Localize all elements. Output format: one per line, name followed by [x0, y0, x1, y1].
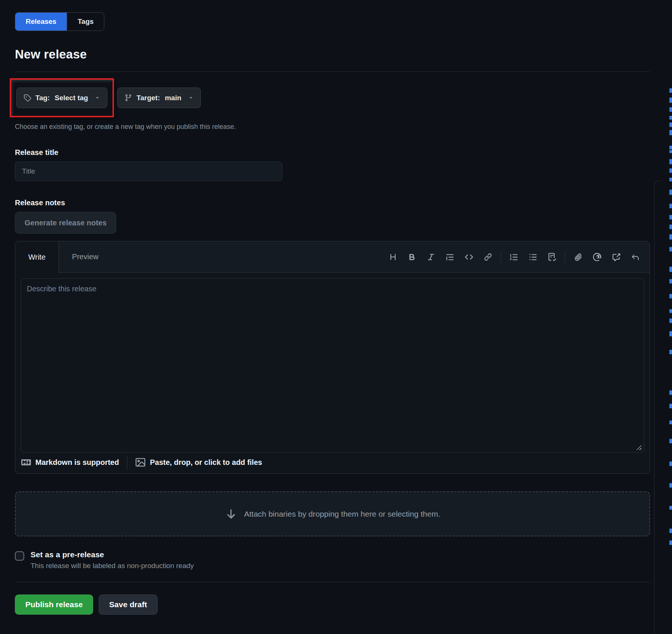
toolbar-task-list-button[interactable] — [542, 248, 561, 266]
italic-icon — [427, 253, 435, 261]
toggle-releases[interactable]: Releases — [15, 13, 67, 31]
bullet-list-icon — [529, 253, 537, 261]
release-notes-editor: Write Preview Markdown is supported Past… — [15, 241, 650, 474]
page-title: New release — [15, 47, 650, 61]
release-notes-label: Release notes — [15, 199, 650, 207]
tag-helper-text: Choose an existing tag, or create a new … — [15, 123, 650, 131]
chevron-down-icon — [95, 95, 100, 101]
markdown-toolbar — [383, 241, 650, 272]
prerelease-row: Set as a pre-release This release will b… — [15, 550, 650, 570]
tag-select-button[interactable]: Tag: Select tag — [16, 88, 107, 108]
annotation-highlight-box: Tag: Select tag — [10, 78, 114, 117]
toolbar-divider — [501, 252, 501, 262]
binaries-dropzone[interactable]: Attach binaries by dropping them here or… — [15, 491, 650, 536]
quote-icon — [446, 253, 454, 261]
toolbar-quote-button[interactable] — [440, 248, 459, 266]
toggle-tags[interactable]: Tags — [67, 13, 104, 31]
prerelease-texts: Set as a pre-release This release will b… — [31, 550, 194, 570]
tag-button-prefix: Tag: — [35, 94, 50, 102]
paperclip-icon — [574, 253, 582, 261]
releases-tags-toggle: Releases Tags — [15, 12, 104, 31]
bold-icon — [408, 253, 416, 261]
tab-write[interactable]: Write — [15, 241, 59, 273]
code-icon — [465, 253, 473, 261]
link-icon — [484, 253, 492, 261]
image-icon — [136, 457, 145, 467]
toolbar-link-button[interactable] — [478, 248, 497, 266]
prerelease-description: This release will be labeled as non-prod… — [31, 562, 194, 570]
toolbar-code-button[interactable] — [459, 248, 478, 266]
actions-row: Publish release Save draft — [15, 595, 650, 615]
footer-separator — [127, 456, 127, 470]
editor-header: Write Preview — [15, 241, 650, 273]
tag-target-row: Tag: Select tag Target: main — [15, 78, 650, 117]
arrow-down-icon — [225, 508, 237, 520]
numbered-list-icon — [510, 253, 518, 261]
release-description-textarea[interactable] — [21, 278, 644, 453]
mention-icon — [593, 253, 601, 261]
target-button-prefix: Target: — [136, 94, 160, 102]
attach-files-link[interactable]: Paste, drop, or click to add files — [136, 457, 262, 467]
tag-button-value: Select tag — [55, 94, 88, 102]
git-branch-icon — [124, 94, 132, 102]
publish-release-button[interactable]: Publish release — [15, 595, 93, 615]
markdown-supported-text: Markdown is supported — [35, 458, 119, 467]
dropzone-text: Attach binaries by dropping them here or… — [244, 510, 440, 519]
target-select-button[interactable]: Target: main — [117, 88, 200, 108]
target-button-value: main — [165, 94, 181, 102]
tab-preview[interactable]: Preview — [59, 241, 111, 272]
toolbar-divider — [565, 252, 565, 262]
attach-files-text: Paste, drop, or click to add files — [150, 458, 262, 467]
editor-tabs: Write Preview — [15, 241, 111, 272]
release-title-input[interactable] — [15, 162, 282, 181]
task-list-icon — [548, 253, 556, 261]
toolbar-cross-reference-button[interactable] — [606, 248, 625, 266]
toolbar-italic-button[interactable] — [421, 248, 440, 266]
toolbar-heading-button[interactable] — [383, 248, 402, 266]
tag-icon — [23, 94, 31, 102]
toolbar-paperclip-button[interactable] — [568, 248, 587, 266]
prerelease-checkbox[interactable] — [15, 551, 24, 561]
heading-icon — [389, 253, 397, 261]
save-draft-button[interactable]: Save draft — [99, 595, 158, 615]
toolbar-reply-button[interactable] — [625, 248, 644, 266]
generate-release-notes-button[interactable]: Generate release notes — [15, 212, 116, 234]
cross-reference-icon — [612, 253, 620, 261]
editor-footer: Markdown is supported Paste, drop, or cl… — [15, 453, 650, 473]
toolbar-mention-button[interactable] — [587, 248, 606, 266]
editor-body — [15, 273, 650, 453]
markdown-supported-link[interactable]: Markdown is supported — [21, 457, 119, 467]
new-release-page: Releases Tags New release Tag: Select ta… — [0, 0, 672, 615]
chevron-down-icon — [188, 95, 194, 101]
release-title-label: Release title — [15, 148, 650, 157]
divider — [15, 72, 650, 72]
divider — [15, 582, 650, 582]
reply-icon — [631, 253, 639, 261]
toolbar-bold-button[interactable] — [402, 248, 421, 266]
toolbar-numbered-list-button[interactable] — [504, 248, 523, 266]
markdown-icon — [21, 457, 31, 467]
toolbar-bullet-list-button[interactable] — [523, 248, 542, 266]
prerelease-label[interactable]: Set as a pre-release — [31, 550, 194, 559]
